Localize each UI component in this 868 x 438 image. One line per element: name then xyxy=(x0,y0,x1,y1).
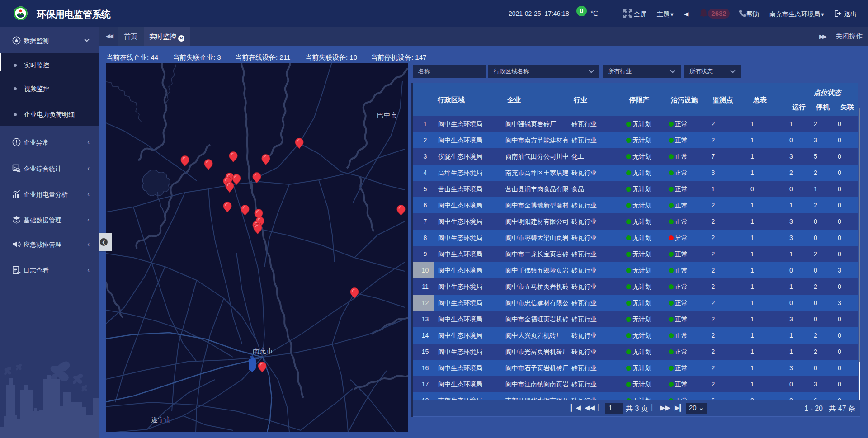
svg-text:遂宁市: 遂宁市 xyxy=(151,416,171,424)
svg-text:南充市: 南充市 xyxy=(253,347,273,354)
svg-text:巴中市: 巴中市 xyxy=(377,111,397,119)
